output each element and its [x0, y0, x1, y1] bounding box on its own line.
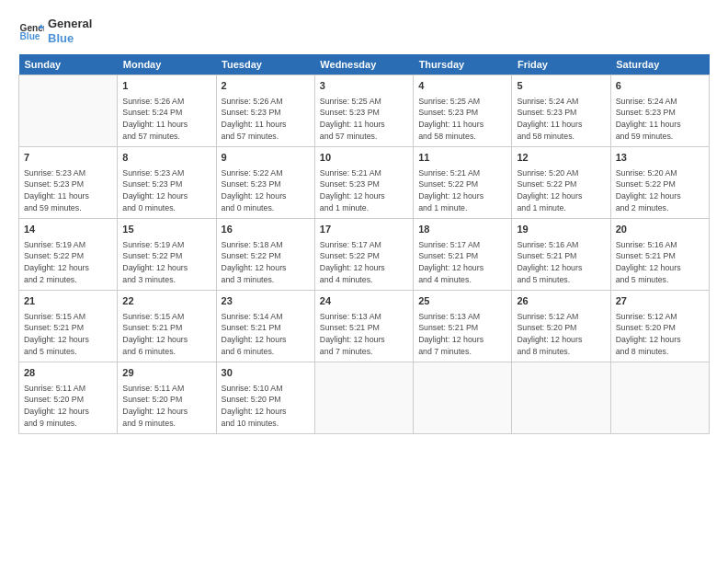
- logo: General Blue General Blue: [18, 17, 92, 45]
- day-cell: 29Sunrise: 5:11 AMSunset: 5:20 PMDayligh…: [118, 362, 216, 434]
- day-number: 24: [320, 294, 408, 308]
- day-info: Sunrise: 5:10 AMSunset: 5:20 PMDaylight:…: [222, 383, 310, 430]
- col-header-tuesday: Tuesday: [216, 54, 314, 75]
- day-number: 23: [222, 294, 310, 308]
- day-cell: [414, 362, 512, 434]
- day-info: Sunrise: 5:23 AMSunset: 5:23 PMDaylight:…: [122, 167, 210, 214]
- day-info: Sunrise: 5:18 AMSunset: 5:22 PMDaylight:…: [222, 239, 310, 286]
- day-number: 27: [616, 294, 704, 308]
- logo-general: General: [48, 17, 92, 31]
- day-cell: 24Sunrise: 5:13 AMSunset: 5:21 PMDayligh…: [314, 291, 413, 362]
- day-info: Sunrise: 5:24 AMSunset: 5:23 PMDaylight:…: [616, 96, 704, 143]
- day-info: Sunrise: 5:16 AMSunset: 5:21 PMDaylight:…: [616, 239, 704, 286]
- day-cell: 9Sunrise: 5:22 AMSunset: 5:23 PMDaylight…: [216, 147, 314, 219]
- day-info: Sunrise: 5:20 AMSunset: 5:22 PMDaylight:…: [517, 167, 605, 214]
- day-number: 9: [222, 151, 310, 165]
- col-header-friday: Friday: [512, 54, 610, 75]
- day-number: 3: [320, 79, 408, 93]
- day-cell: 19Sunrise: 5:16 AMSunset: 5:21 PMDayligh…: [512, 219, 610, 291]
- day-number: 22: [122, 294, 210, 308]
- day-number: 5: [517, 79, 605, 93]
- day-cell: [512, 362, 610, 434]
- day-info: Sunrise: 5:25 AMSunset: 5:23 PMDaylight:…: [320, 96, 408, 143]
- day-info: Sunrise: 5:23 AMSunset: 5:23 PMDaylight:…: [24, 167, 112, 214]
- logo-blue: Blue: [48, 31, 92, 46]
- day-info: Sunrise: 5:19 AMSunset: 5:22 PMDaylight:…: [24, 239, 112, 286]
- day-cell: 23Sunrise: 5:14 AMSunset: 5:21 PMDayligh…: [216, 291, 314, 362]
- day-cell: 20Sunrise: 5:16 AMSunset: 5:21 PMDayligh…: [610, 219, 709, 291]
- day-info: Sunrise: 5:14 AMSunset: 5:21 PMDaylight:…: [222, 311, 310, 358]
- day-cell: 5Sunrise: 5:24 AMSunset: 5:23 PMDaylight…: [512, 75, 610, 147]
- day-cell: 8Sunrise: 5:23 AMSunset: 5:23 PMDaylight…: [118, 147, 216, 219]
- day-number: 19: [517, 223, 605, 236]
- day-number: 25: [418, 294, 506, 308]
- week-row-3: 14Sunrise: 5:19 AMSunset: 5:22 PMDayligh…: [19, 219, 710, 291]
- day-number: 28: [24, 366, 112, 380]
- day-cell: 2Sunrise: 5:26 AMSunset: 5:23 PMDaylight…: [216, 75, 314, 147]
- day-cell: 10Sunrise: 5:21 AMSunset: 5:23 PMDayligh…: [314, 147, 413, 219]
- day-info: Sunrise: 5:15 AMSunset: 5:21 PMDaylight:…: [24, 311, 112, 358]
- day-info: Sunrise: 5:21 AMSunset: 5:23 PMDaylight:…: [320, 167, 408, 214]
- header: General Blue General Blue: [18, 17, 710, 45]
- day-cell: 4Sunrise: 5:25 AMSunset: 5:23 PMDaylight…: [414, 75, 512, 147]
- day-info: Sunrise: 5:15 AMSunset: 5:21 PMDaylight:…: [122, 311, 210, 358]
- day-info: Sunrise: 5:17 AMSunset: 5:22 PMDaylight:…: [320, 239, 408, 286]
- col-header-monday: Monday: [118, 54, 216, 75]
- day-cell: 1Sunrise: 5:26 AMSunset: 5:24 PMDaylight…: [118, 75, 216, 147]
- day-cell: 18Sunrise: 5:17 AMSunset: 5:21 PMDayligh…: [414, 219, 512, 291]
- day-info: Sunrise: 5:25 AMSunset: 5:23 PMDaylight:…: [418, 96, 506, 143]
- day-cell: 6Sunrise: 5:24 AMSunset: 5:23 PMDaylight…: [610, 75, 709, 147]
- day-cell: 12Sunrise: 5:20 AMSunset: 5:22 PMDayligh…: [512, 147, 610, 219]
- day-info: Sunrise: 5:20 AMSunset: 5:22 PMDaylight:…: [616, 167, 704, 214]
- day-number: 11: [418, 151, 506, 165]
- day-number: 26: [517, 294, 605, 308]
- day-info: Sunrise: 5:11 AMSunset: 5:20 PMDaylight:…: [122, 383, 210, 430]
- day-cell: 11Sunrise: 5:21 AMSunset: 5:22 PMDayligh…: [414, 147, 512, 219]
- day-info: Sunrise: 5:21 AMSunset: 5:22 PMDaylight:…: [418, 167, 506, 214]
- day-info: Sunrise: 5:17 AMSunset: 5:21 PMDaylight:…: [418, 239, 506, 286]
- day-number: 4: [418, 79, 506, 93]
- day-number: 17: [320, 223, 408, 236]
- week-row-2: 7Sunrise: 5:23 AMSunset: 5:23 PMDaylight…: [19, 147, 710, 219]
- day-number: 1: [122, 79, 210, 93]
- day-number: 15: [122, 223, 210, 236]
- day-number: 20: [616, 223, 704, 236]
- day-cell: 30Sunrise: 5:10 AMSunset: 5:20 PMDayligh…: [216, 362, 314, 434]
- week-row-4: 21Sunrise: 5:15 AMSunset: 5:21 PMDayligh…: [19, 291, 710, 362]
- day-info: Sunrise: 5:22 AMSunset: 5:23 PMDaylight:…: [222, 167, 310, 214]
- day-info: Sunrise: 5:24 AMSunset: 5:23 PMDaylight:…: [517, 96, 605, 143]
- day-cell: 25Sunrise: 5:13 AMSunset: 5:21 PMDayligh…: [414, 291, 512, 362]
- col-header-saturday: Saturday: [610, 54, 709, 75]
- day-cell: 26Sunrise: 5:12 AMSunset: 5:20 PMDayligh…: [512, 291, 610, 362]
- day-cell: 16Sunrise: 5:18 AMSunset: 5:22 PMDayligh…: [216, 219, 314, 291]
- day-number: 18: [418, 223, 506, 236]
- day-cell: 3Sunrise: 5:25 AMSunset: 5:23 PMDaylight…: [314, 75, 413, 147]
- day-info: Sunrise: 5:12 AMSunset: 5:20 PMDaylight:…: [517, 311, 605, 358]
- day-number: 21: [24, 294, 112, 308]
- day-cell: 27Sunrise: 5:12 AMSunset: 5:20 PMDayligh…: [610, 291, 709, 362]
- day-cell: 17Sunrise: 5:17 AMSunset: 5:22 PMDayligh…: [314, 219, 413, 291]
- day-cell: 15Sunrise: 5:19 AMSunset: 5:22 PMDayligh…: [118, 219, 216, 291]
- col-header-thursday: Thursday: [414, 54, 512, 75]
- day-info: Sunrise: 5:26 AMSunset: 5:23 PMDaylight:…: [222, 96, 310, 143]
- day-cell: [19, 75, 118, 147]
- day-number: 29: [122, 366, 210, 380]
- day-number: 12: [517, 151, 605, 165]
- day-cell: [610, 362, 709, 434]
- col-header-sunday: Sunday: [19, 54, 118, 75]
- day-info: Sunrise: 5:13 AMSunset: 5:21 PMDaylight:…: [418, 311, 506, 358]
- day-cell: [314, 362, 413, 434]
- day-number: 8: [122, 151, 210, 165]
- day-cell: 21Sunrise: 5:15 AMSunset: 5:21 PMDayligh…: [19, 291, 118, 362]
- day-number: 2: [222, 79, 310, 93]
- day-info: Sunrise: 5:26 AMSunset: 5:24 PMDaylight:…: [122, 96, 210, 143]
- day-info: Sunrise: 5:12 AMSunset: 5:20 PMDaylight:…: [616, 311, 704, 358]
- day-number: 7: [24, 151, 112, 165]
- day-info: Sunrise: 5:16 AMSunset: 5:21 PMDaylight:…: [517, 239, 605, 286]
- day-cell: 14Sunrise: 5:19 AMSunset: 5:22 PMDayligh…: [19, 219, 118, 291]
- day-cell: 28Sunrise: 5:11 AMSunset: 5:20 PMDayligh…: [19, 362, 118, 434]
- header-row: SundayMondayTuesdayWednesdayThursdayFrid…: [19, 54, 710, 75]
- day-info: Sunrise: 5:13 AMSunset: 5:21 PMDaylight:…: [320, 311, 408, 358]
- day-cell: 22Sunrise: 5:15 AMSunset: 5:21 PMDayligh…: [118, 291, 216, 362]
- day-number: 6: [616, 79, 704, 93]
